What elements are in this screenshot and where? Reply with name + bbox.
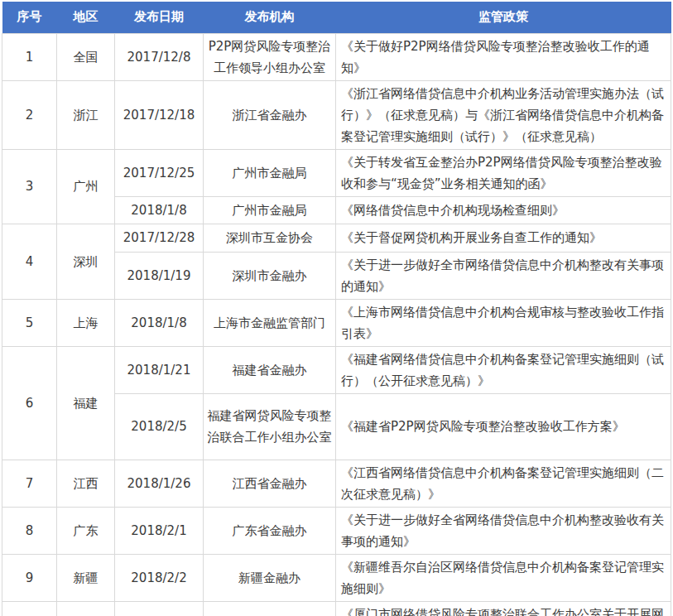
cell-org: 深圳市互金协会 [204, 224, 336, 252]
cell-org: 福建省金融办 [204, 346, 336, 393]
column-header-no: 序号 [2, 2, 57, 33]
table-row: 3 广州 2017/12/25 广州市金融局 《关于转发省互金整治办P2P网络借… [2, 149, 671, 196]
cell-org: P2P网贷风险专项整治工作领导小组办公室 [204, 33, 336, 80]
cell-region: 厦门 [57, 601, 115, 616]
cell-org: 福建省网贷风险专项整治联合工作小组办公室 [204, 393, 336, 460]
cell-date: 2018/2/7 [115, 601, 204, 616]
cell-policy: 《关于督促网贷机构开展业务自查工作的通知》 [336, 224, 671, 252]
cell-policy: 《浙江省网络借贷信息中介机构业务活动管理实施办法（试行）》（征求意见稿）与《浙江… [336, 80, 671, 149]
table-row: 8 广东 2018/2/1 广东省金融办 《关于进一步做好全省网络借贷信息中介机… [2, 507, 671, 554]
cell-date: 2017/12/8 [115, 33, 204, 80]
cell-org: 浙江省金融办 [204, 80, 336, 149]
cell-org: 江西省金融办 [204, 460, 336, 507]
cell-no: 1 [2, 33, 57, 80]
cell-date: 2018/1/8 [115, 196, 204, 224]
cell-date: 2018/1/8 [115, 299, 204, 346]
cell-no: 7 [2, 460, 57, 507]
table-header-row: 序号 地区 发布日期 发布机构 监管政策 [2, 2, 671, 33]
cell-region: 广州 [57, 149, 115, 224]
cell-org: 新疆金融办 [204, 554, 336, 601]
column-header-date: 发布日期 [115, 2, 204, 33]
cell-org: 广州市金融局 [204, 149, 336, 196]
cell-date: 2018/2/5 [115, 393, 204, 460]
cell-region: 浙江 [57, 80, 115, 149]
cell-org: 深圳市金融办 [204, 252, 336, 299]
table-row: 6 福建 2018/1/21 福建省金融办 《福建省网络借贷信息中介机构备案登记… [2, 346, 671, 393]
cell-policy: 《新疆维吾尔自治区网络借贷信息中介机构备案登记管理实施细则》 [336, 554, 671, 601]
cell-date: 2017/12/18 [115, 80, 204, 149]
cell-no: 8 [2, 507, 57, 554]
cell-no: 10 [2, 601, 57, 616]
cell-date: 2018/2/1 [115, 507, 204, 554]
cell-date: 2017/12/28 [115, 224, 204, 252]
cell-no: 4 [2, 224, 57, 299]
p2p-regulation-policy-table: 序号 地区 发布日期 发布机构 监管政策 1 全国 2017/12/8 P2P网… [2, 2, 671, 616]
table-row: 7 江西 2018/1/26 江西省金融办 《江西省网络借贷信息中介机构备案登记… [2, 460, 671, 507]
cell-no: 9 [2, 554, 57, 601]
cell-policy: 《江西省网络借贷信息中介机构备案登记管理实施细则（二次征求意见稿）》 [336, 460, 671, 507]
cell-region: 江西 [57, 460, 115, 507]
cell-date: 2017/12/25 [115, 149, 204, 196]
cell-org: 广东省金融办 [204, 507, 336, 554]
cell-policy: 《厦门市网络借贷风险专项整治联合工作办公室关于开展网络借贷风险专项整治整改验收工… [336, 601, 671, 616]
cell-policy: 《关于做好P2P网络借贷风险专项整治整改验收工作的通知》 [336, 33, 671, 80]
column-header-org: 发布机构 [204, 2, 336, 33]
cell-region: 福建 [57, 346, 115, 460]
cell-no: 3 [2, 149, 57, 224]
table-row: 4 深圳 2017/12/28 深圳市互金协会 《关于督促网贷机构开展业务自查工… [2, 224, 671, 252]
cell-policy: 《关于转发省互金整治办P2P网络借贷风险专项整治整改验收和参与“现金贷”业务相关… [336, 149, 671, 196]
table-row: 5 上海 2018/1/8 上海市金融监管部门 《上海市网络借贷信息中介机构合规… [2, 299, 671, 346]
cell-policy: 《关于进一步做好全市网络借贷信息中介机构整改有关事项的通知》 [336, 252, 671, 299]
table-row: 1 全国 2017/12/8 P2P网贷风险专项整治工作领导小组办公室 《关于做… [2, 33, 671, 80]
cell-region: 深圳 [57, 224, 115, 299]
cell-policy: 《福建省网络借贷信息中介机构备案登记管理实施细则（试行）（公开征求意见稿）》 [336, 346, 671, 393]
table-row: 10 厦门 2018/2/7 厦门金融办 《厦门市网络借贷风险专项整治联合工作办… [2, 601, 671, 616]
column-header-policy: 监管政策 [336, 2, 671, 33]
cell-date: 2018/2/2 [115, 554, 204, 601]
cell-org: 广州市金融局 [204, 196, 336, 224]
cell-region: 全国 [57, 33, 115, 80]
table-row: 2 浙江 2017/12/18 浙江省金融办 《浙江省网络借贷信息中介机构业务活… [2, 80, 671, 149]
cell-date: 2018/1/26 [115, 460, 204, 507]
cell-no: 6 [2, 346, 57, 460]
cell-region: 上海 [57, 299, 115, 346]
cell-date: 2018/1/19 [115, 252, 204, 299]
cell-no: 2 [2, 80, 57, 149]
cell-region: 新疆 [57, 554, 115, 601]
cell-org: 上海市金融监管部门 [204, 299, 336, 346]
cell-no: 5 [2, 299, 57, 346]
column-header-region: 地区 [57, 2, 115, 33]
cell-policy: 《网络借贷信息中介机构现场检查细则》 [336, 196, 671, 224]
cell-org: 厦门金融办 [204, 601, 336, 616]
cell-policy: 《福建省P2P网贷风险专项整治整改验收工作方案》 [336, 393, 671, 460]
table-row: 9 新疆 2018/2/2 新疆金融办 《新疆维吾尔自治区网络借贷信息中介机构备… [2, 554, 671, 601]
cell-policy: 《上海市网络借贷信息中介机构合规审核与整改验收工作指引表》 [336, 299, 671, 346]
cell-policy: 《关于进一步做好全省网络借贷信息中介机构整改验收有关事项的通知》 [336, 507, 671, 554]
cell-date: 2018/1/21 [115, 346, 204, 393]
cell-region: 广东 [57, 507, 115, 554]
